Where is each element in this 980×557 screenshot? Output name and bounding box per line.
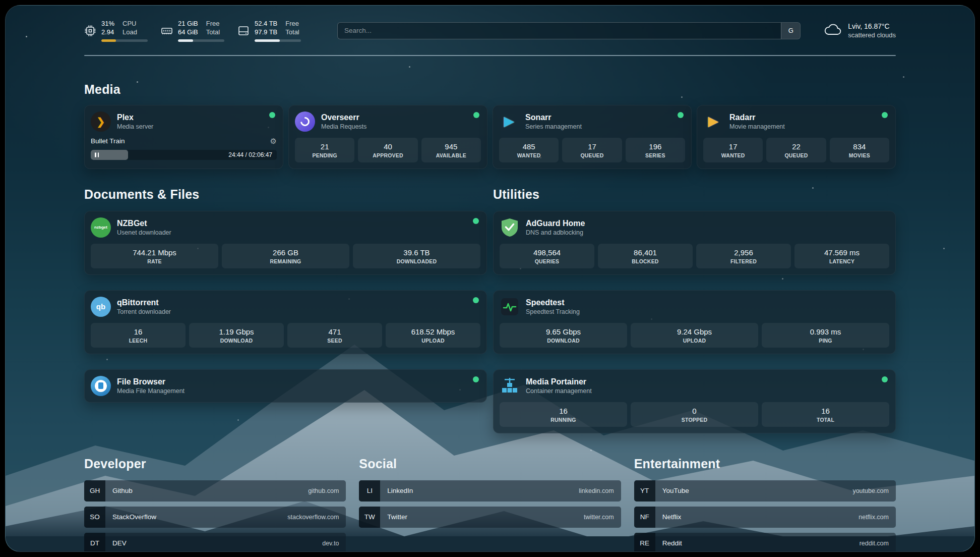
weather-location: Lviv, 16.87°C <box>848 22 896 30</box>
bookmark-reddit[interactable]: RE Reddit reddit.com <box>634 533 896 552</box>
app-card-overseerr[interactable]: Overseerr Media Requests 21 PENDING 40 A… <box>288 105 487 169</box>
stat-total: 16 TOTAL <box>762 402 889 427</box>
stat-filtered: 2,956 FILTERED <box>696 244 791 268</box>
cloud-icon <box>824 23 842 38</box>
weather-condition: scattered clouds <box>848 31 896 39</box>
stat-approved: 40 APPROVED <box>358 138 417 162</box>
section-heading-entertainment: Entertainment <box>634 457 896 471</box>
dashboard-window: 31% 2.94 CPU Load <box>5 5 975 552</box>
gear-icon[interactable]: ⚙ <box>270 137 277 146</box>
cpu-load-value: 2.94 <box>101 28 114 37</box>
bookmark-url: reddit.com <box>860 540 889 547</box>
filebrowser-icon <box>91 376 111 396</box>
disk-free-label: Free <box>285 20 299 28</box>
app-card-filebrowser[interactable]: File Browser Media File Management <box>84 369 487 403</box>
stat-queued: 22 QUEUED <box>766 138 826 162</box>
bookmark-linkedin[interactable]: LI LinkedIn linkedin.com <box>359 480 621 502</box>
section-utilities: Utilities AdGuard Home DNS and adblockin… <box>493 187 896 433</box>
status-dot <box>473 297 479 303</box>
disk-free-value: 52.4 TB <box>255 20 277 28</box>
topbar-divider <box>84 55 896 56</box>
status-dot <box>473 218 479 224</box>
stat-downloaded: 39.6 TB DOWNLOADED <box>353 244 480 268</box>
bookmark-youtube[interactable]: YT YouTube youtube.com <box>634 480 896 502</box>
disk-total-label: Total <box>285 28 299 37</box>
bookmark-url: linkedin.com <box>579 487 614 494</box>
now-playing-title: Bullet Train <box>91 137 270 145</box>
bookmark-group-entertainment: Entertainment YT YouTube youtube.com NF … <box>634 457 896 552</box>
media-card-grid: ❯ Plex Media server Bullet Train ⚙ 24:44… <box>84 105 896 169</box>
section-heading-utilities: Utilities <box>493 187 896 202</box>
app-name: NZBGet <box>117 219 171 228</box>
bookmark-twitter[interactable]: TW Twitter twitter.com <box>359 507 621 528</box>
status-dot <box>882 112 888 118</box>
bookmark-url: github.com <box>308 487 339 494</box>
bookmark-stackoverflow[interactable]: SO StackOverflow stackoverflow.com <box>84 507 346 528</box>
app-subtitle: Media server <box>117 123 153 130</box>
bookmark-url: youtube.com <box>852 487 889 494</box>
cpu-widget: 31% 2.94 CPU Load <box>84 20 148 42</box>
app-card-portainer[interactable]: Media Portainer Container management 16 … <box>493 369 896 433</box>
stat-available: 945 AVAILABLE <box>421 138 481 162</box>
stat-queries: 498,564 QUERIES <box>500 244 594 268</box>
pause-icon[interactable] <box>95 152 99 157</box>
stat-upload: 618.52 Mbps UPLOAD <box>386 323 480 348</box>
overseerr-icon <box>295 112 315 132</box>
disk-icon <box>237 25 250 37</box>
status-dot <box>678 112 684 118</box>
bookmark-name: Netflix <box>662 513 682 521</box>
cpu-load-label: Load <box>122 28 137 37</box>
qbittorrent-icon: qb <box>91 297 111 317</box>
disk-progress-bar <box>255 39 301 42</box>
stat-movies: 834 MOVIES <box>830 138 889 162</box>
stat-stopped: 0 STOPPED <box>631 402 758 427</box>
bookmark-netflix[interactable]: NF Netflix netflix.com <box>634 507 896 528</box>
portainer-icon <box>500 376 520 396</box>
app-card-qbittorrent[interactable]: qb qBittorrent Torrent downloader 16 LEE… <box>84 290 487 354</box>
bookmark-group-developer: Developer GH Github github.com SO StackO… <box>84 457 346 552</box>
bookmark-dev[interactable]: DT DEV dev.to <box>84 533 346 552</box>
app-card-adguard[interactable]: AdGuard Home DNS and adblocking 498,564 … <box>493 211 896 275</box>
app-subtitle: Speedtest Tracking <box>526 308 580 315</box>
search-input[interactable] <box>338 23 781 39</box>
app-card-plex[interactable]: ❯ Plex Media server Bullet Train ⚙ 24:44… <box>84 105 283 169</box>
bookmark-name: Reddit <box>662 539 682 547</box>
app-subtitle: Container management <box>526 387 592 395</box>
section-documents-files: Documents & Files nzbget NZBGet Usenet d… <box>84 187 487 403</box>
app-card-radarr[interactable]: ▶ Radarr Movie management 17 WANTED 22 Q… <box>697 105 896 169</box>
bookmark-url: twitter.com <box>584 514 614 521</box>
bookmark-url: netflix.com <box>859 514 889 521</box>
stat-upload: 9.24 Gbps UPLOAD <box>631 323 758 348</box>
stat-blocked: 86,401 BLOCKED <box>598 244 693 268</box>
status-dot <box>882 376 888 382</box>
stat-latency: 47.569 ms LATENCY <box>794 244 889 268</box>
radarr-icon: ▶ <box>703 112 723 132</box>
bookmark-name: StackOverflow <box>112 513 156 521</box>
playback-progress-bar[interactable]: 24:44 / 02:06:47 <box>91 150 277 160</box>
section-heading-documents: Documents & Files <box>84 187 487 202</box>
top-bar: 31% 2.94 CPU Load <box>84 20 896 42</box>
disk-widget: 52.4 TB 97.9 TB Free Total <box>237 20 301 42</box>
stat-rate: 744.21 Mbps RATE <box>91 244 218 268</box>
bookmark-abbr: TW <box>359 507 380 528</box>
bookmark-name: Github <box>112 487 133 494</box>
search-engine-button[interactable]: G <box>781 23 800 39</box>
stat-leech: 16 LEECH <box>91 323 186 348</box>
stat-wanted: 485 WANTED <box>499 138 559 162</box>
app-card-sonarr[interactable]: ▶ Sonarr Series management 485 WANTED 17… <box>493 105 692 169</box>
bookmark-name: Twitter <box>387 513 407 521</box>
app-name: Overseerr <box>321 113 366 122</box>
stat-pending: 21 PENDING <box>295 138 354 162</box>
app-subtitle: Torrent downloader <box>117 308 171 315</box>
ram-free-value: 21 GiB <box>178 20 198 28</box>
bookmark-github[interactable]: GH Github github.com <box>84 480 346 502</box>
bookmark-abbr: NF <box>634 507 655 528</box>
section-heading-social: Social <box>359 457 621 471</box>
stat-ping: 0.993 ms PING <box>762 323 889 348</box>
app-subtitle: DNS and adblocking <box>526 229 585 236</box>
cpu-usage-label: CPU <box>122 20 137 28</box>
ram-total-label: Total <box>206 28 220 37</box>
app-card-nzbget[interactable]: nzbget NZBGet Usenet downloader 744.21 M… <box>84 211 487 275</box>
app-name: Speedtest <box>526 298 580 307</box>
app-card-speedtest[interactable]: Speedtest Speedtest Tracking 9.65 Gbps D… <box>493 290 896 354</box>
